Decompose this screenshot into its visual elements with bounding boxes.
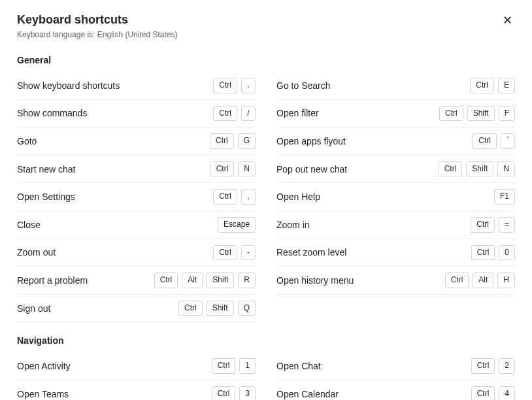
dialog-header: Keyboard shortcuts ✕ xyxy=(17,13,515,27)
shortcut-row: Open TeamsCtrl3 xyxy=(17,380,256,400)
key-cap: Shift xyxy=(207,273,234,288)
key-cap: Ctrl xyxy=(439,161,463,177)
key-cap: G xyxy=(238,133,256,149)
key-cap: / xyxy=(241,106,256,122)
key-cap: H xyxy=(497,273,515,288)
shortcut-keys: Ctrl4 xyxy=(471,386,515,400)
shortcut-label: Start new chat xyxy=(17,164,76,175)
key-cap: Ctrl xyxy=(471,217,495,233)
shortcut-row: Go to SearchCtrlE xyxy=(276,72,515,100)
shortcut-label: Zoom out xyxy=(17,247,56,258)
shortcut-keys: CtrlAltShiftR xyxy=(154,273,256,288)
key-cap: Ctrl xyxy=(473,133,497,149)
shortcut-keys: Ctrl. xyxy=(213,78,256,93)
key-cap: 4 xyxy=(499,386,515,400)
shortcut-keys: Ctrl, xyxy=(213,189,256,205)
key-cap: Ctrl xyxy=(213,245,237,261)
key-cap: N xyxy=(238,161,256,177)
key-cap: Ctrl xyxy=(439,106,463,122)
key-cap: Ctrl xyxy=(212,386,236,400)
close-icon[interactable]: ✕ xyxy=(500,13,515,27)
shortcut-row: Sign outCtrlShiftQ xyxy=(17,295,256,323)
shortcut-row: Open apps flyoutCtrl` xyxy=(276,127,515,156)
shortcut-label: Open Teams xyxy=(17,389,69,399)
key-cap: = xyxy=(499,217,515,233)
shortcut-row: Open filterCtrlShiftF xyxy=(276,100,515,128)
shortcut-label: Go to Search xyxy=(276,80,331,91)
shortcut-label: Reset zoom level xyxy=(276,247,346,258)
shortcut-keys: Ctrl- xyxy=(213,245,256,261)
shortcut-keys: Ctrl0 xyxy=(471,245,515,261)
shortcut-label: Open Activity xyxy=(17,361,71,371)
dialog-subtitle: Keyboard language is: English (United St… xyxy=(17,30,515,39)
shortcut-row: CloseEscape xyxy=(17,211,256,239)
key-cap: Ctrl xyxy=(178,301,203,316)
key-cap: Ctrl xyxy=(471,358,495,374)
key-cap: Ctrl xyxy=(210,161,235,177)
shortcut-keys: Ctrl2 xyxy=(471,358,515,374)
key-cap: F1 xyxy=(494,189,515,205)
key-cap: , xyxy=(241,189,256,205)
shortcut-label: Open Help xyxy=(276,192,320,202)
shortcut-label: Report a problem xyxy=(17,275,88,286)
key-cap: Ctrl xyxy=(213,78,237,93)
key-cap: Ctrl xyxy=(471,245,495,261)
shortcut-row: Zoom outCtrl- xyxy=(17,239,256,267)
key-cap: Ctrl xyxy=(445,273,469,288)
shortcut-keys: CtrlG xyxy=(210,133,256,149)
shortcut-keys: Escape xyxy=(218,217,256,233)
shortcut-label: Show keyboard shortcuts xyxy=(17,80,120,91)
key-cap: Shift xyxy=(207,301,234,316)
key-cap: Ctrl xyxy=(210,133,234,149)
key-cap: Ctrl xyxy=(470,78,494,93)
shortcut-keys: Ctrl3 xyxy=(212,386,256,400)
shortcut-keys: CtrlShiftF xyxy=(439,106,515,122)
shortcut-keys: Ctrl= xyxy=(471,217,515,233)
shortcut-label: Show commands xyxy=(17,108,87,118)
shortcut-columns: Open ActivityCtrl1Open TeamsCtrl3Open Ca… xyxy=(17,352,515,400)
shortcut-keys: Ctrl1 xyxy=(212,358,256,374)
key-cap: 2 xyxy=(499,358,515,374)
section-title: Navigation xyxy=(17,335,515,346)
shortcut-label: Open Settings xyxy=(17,192,75,202)
shortcut-keys: CtrlShiftN xyxy=(439,161,515,177)
left-column: Open ActivityCtrl1Open TeamsCtrl3Open Ca… xyxy=(17,352,256,400)
shortcut-keys: CtrlN xyxy=(210,161,256,177)
shortcut-row: Zoom inCtrl= xyxy=(276,211,515,239)
dialog-title: Keyboard shortcuts xyxy=(17,13,128,27)
shortcut-label: Pop out new chat xyxy=(276,164,347,175)
key-cap: 0 xyxy=(499,245,515,261)
shortcut-label: Open apps flyout xyxy=(276,136,346,146)
key-cap: Ctrl xyxy=(213,189,237,205)
key-cap: N xyxy=(497,161,515,177)
key-cap: Alt xyxy=(182,273,203,288)
shortcut-label: Close xyxy=(17,220,41,230)
shortcut-keys: CtrlE xyxy=(470,78,515,93)
shortcut-label: Open Chat xyxy=(276,361,321,371)
shortcut-row: Report a problemCtrlAltShiftR xyxy=(17,267,256,295)
key-cap: Ctrl xyxy=(212,358,236,374)
shortcut-row: Show keyboard shortcutsCtrl. xyxy=(17,72,256,100)
key-cap: - xyxy=(241,245,256,261)
shortcut-row: Show commandsCtrl/ xyxy=(17,100,256,128)
key-cap: R xyxy=(238,273,256,288)
key-cap: 3 xyxy=(239,386,256,400)
key-cap: ` xyxy=(501,133,515,149)
shortcut-label: Goto xyxy=(17,136,37,146)
key-cap: Ctrl xyxy=(154,273,178,288)
key-cap: F xyxy=(499,106,515,122)
key-cap: Q xyxy=(238,301,256,316)
right-column: Go to SearchCtrlEOpen filterCtrlShiftFOp… xyxy=(276,72,515,322)
shortcut-row: Open SettingsCtrl, xyxy=(17,183,256,211)
key-cap: Shift xyxy=(466,161,493,177)
shortcut-label: Open Calendar xyxy=(276,389,339,399)
shortcut-keys: Ctrl` xyxy=(473,133,515,149)
shortcut-keys: CtrlShiftQ xyxy=(178,301,256,316)
key-cap: 1 xyxy=(239,358,256,374)
key-cap: Ctrl xyxy=(471,386,495,400)
key-cap: E xyxy=(498,78,515,93)
shortcut-keys: CtrlAltH xyxy=(445,273,515,288)
shortcut-row: Reset zoom levelCtrl0 xyxy=(276,239,515,267)
shortcut-keys: Ctrl/ xyxy=(213,106,256,122)
shortcut-row: GotoCtrlG xyxy=(17,127,256,156)
